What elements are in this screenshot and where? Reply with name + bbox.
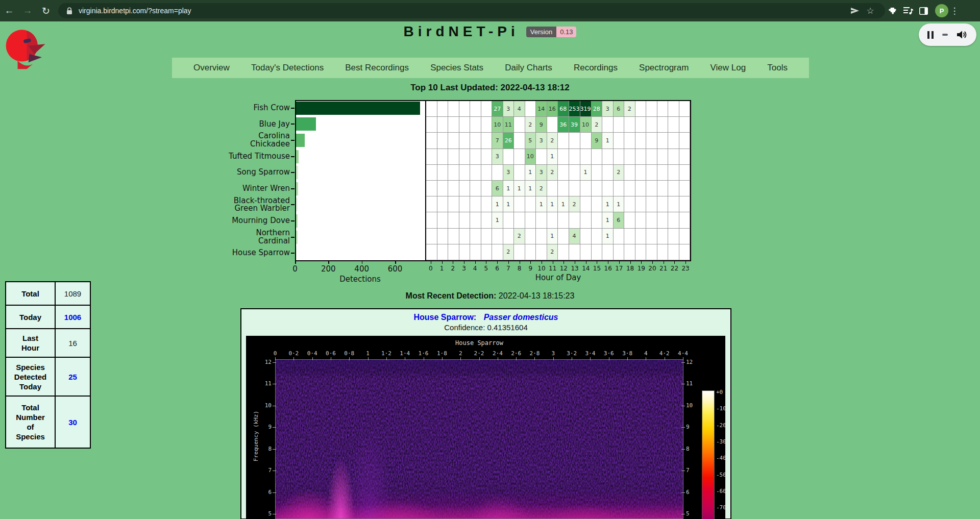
- heatmap-cell: [668, 181, 679, 196]
- stats-label: Total Number of Species: [6, 397, 56, 448]
- heatmap-cell: [470, 181, 481, 196]
- heatmap-cell: [602, 244, 614, 260]
- detections-bar: [296, 246, 297, 260]
- heatmap-cell: [569, 181, 580, 196]
- browser-menu-icon[interactable]: ⋮: [948, 6, 961, 16]
- heatmap-cell: [668, 133, 679, 149]
- heatmap-cell: 1: [602, 212, 614, 228]
- stats-value[interactable]: 30: [56, 397, 90, 448]
- heatmap-cell: 1: [492, 196, 503, 212]
- heat-axis-title: Hour of Day: [425, 273, 691, 282]
- heatmap-cell: 10: [492, 117, 503, 133]
- detections-bar: [296, 134, 305, 147]
- stats-label: Today: [6, 306, 56, 328]
- side-panel-icon[interactable]: [916, 3, 931, 18]
- heatmap-cell: [592, 229, 603, 244]
- heatmap-cell: [503, 229, 514, 244]
- heatmap-cell: 1: [547, 149, 558, 165]
- species-label: Northern Cardinal: [214, 229, 290, 245]
- heatmap-cell: [492, 244, 503, 260]
- heatmap-cell: [558, 244, 569, 260]
- heatmap-cell: 1: [492, 212, 503, 228]
- heatmap-cell: [657, 133, 669, 149]
- heatmap-cell: [459, 244, 471, 260]
- heatmap-cell: [646, 181, 657, 196]
- heatmap-cell: [624, 181, 635, 196]
- heatmap-cell: [448, 117, 459, 133]
- heatmap-cell: [525, 244, 536, 260]
- heatmap-cell: [624, 165, 635, 181]
- heatmap-cell: 1: [525, 181, 536, 196]
- spectrogram-energy: [276, 360, 683, 518]
- most-recent-value: 2022-04-13 18:15:23: [499, 291, 575, 300]
- confidence-value: 0.41351604: [487, 323, 527, 332]
- heatmap-cell: [525, 196, 536, 212]
- heatmap-cell: [459, 196, 471, 212]
- heatmap-cell: [514, 212, 525, 228]
- species-label: Mourning Dove: [214, 213, 290, 229]
- heatmap-cell: [481, 101, 493, 117]
- heatmap-cell: [602, 165, 614, 181]
- heatmap-cell: [470, 165, 481, 181]
- hour-heatmap: 2734141668253319283621011293639102726532…: [425, 100, 691, 261]
- heatmap-cell: [437, 165, 449, 181]
- heatmap-cell: [437, 133, 449, 149]
- send-icon[interactable]: [847, 3, 863, 18]
- heatmap-cell: [470, 196, 481, 212]
- heatmap-cell: [668, 244, 679, 260]
- heatmap-cell: [580, 133, 592, 149]
- heatmap-cell: [437, 117, 449, 133]
- heatmap-cell: 9: [536, 117, 547, 133]
- media-controls-icon[interactable]: [900, 3, 916, 18]
- stats-label: Last Hour: [6, 329, 56, 357]
- heatmap-cell: [657, 212, 669, 228]
- heatmap-cell: [525, 229, 536, 244]
- heatmap-cell: 3: [536, 133, 547, 149]
- heatmap-cell: [646, 244, 657, 260]
- heatmap-cell: [437, 101, 449, 117]
- bookmark-star-icon[interactable]: ☆: [863, 3, 878, 18]
- heatmap-cell: [635, 165, 647, 181]
- heatmap-cell: 1: [580, 165, 592, 181]
- detections-bar-chart: [295, 100, 425, 261]
- detections-bar: [296, 198, 298, 211]
- url-bar[interactable]: virginia.birdnetpi.com/?stream=play ☆: [58, 3, 885, 18]
- heatmap-cell: [668, 149, 679, 165]
- heatmap-cell: [536, 229, 547, 244]
- stats-value[interactable]: 25: [56, 358, 90, 396]
- stats-value[interactable]: 1006: [56, 306, 90, 328]
- stats-label: Species Detected Today: [6, 358, 56, 396]
- heatmap-cell: [592, 212, 603, 228]
- forward-button[interactable]: →: [18, 5, 37, 16]
- url-text: virginia.birdnetpi.com/?stream=play: [79, 7, 847, 15]
- reload-button[interactable]: ↻: [37, 5, 55, 17]
- heatmap-cell: 1: [514, 181, 525, 196]
- heatmap-cell: [470, 101, 481, 117]
- heatmap-cell: [657, 229, 669, 244]
- heatmap-cell: [657, 244, 669, 260]
- heatmap-cell: [481, 133, 493, 149]
- heatmap-cell: [481, 181, 493, 196]
- detections-bar: [296, 214, 298, 228]
- back-button[interactable]: ←: [0, 5, 18, 16]
- heatmap-cell: [448, 149, 459, 165]
- heatmap-cell: [470, 212, 481, 228]
- profile-avatar[interactable]: P: [935, 4, 948, 17]
- heatmap-cell: [646, 149, 657, 165]
- stats-value: 16: [56, 329, 90, 357]
- heatmap-cell: [635, 133, 647, 149]
- heatmap-cell: [514, 165, 525, 181]
- heatmap-cell: [448, 181, 459, 196]
- heatmap-cell: [547, 181, 558, 196]
- heatmap-cell: [459, 181, 471, 196]
- species-label: Black-throated Green Warbler: [214, 197, 290, 213]
- heatmap-cell: [602, 181, 614, 196]
- heatmap-cell: 2: [503, 244, 514, 260]
- heatmap-cell: [668, 101, 679, 117]
- heatmap-cell: 39: [569, 117, 580, 133]
- detected-species-link[interactable]: House Sparrow:: [414, 313, 477, 322]
- heatmap-cell: 2: [547, 133, 558, 149]
- detections-bar: [296, 150, 299, 163]
- extensions-icon[interactable]: [885, 3, 900, 18]
- heatmap-cell: [492, 165, 503, 181]
